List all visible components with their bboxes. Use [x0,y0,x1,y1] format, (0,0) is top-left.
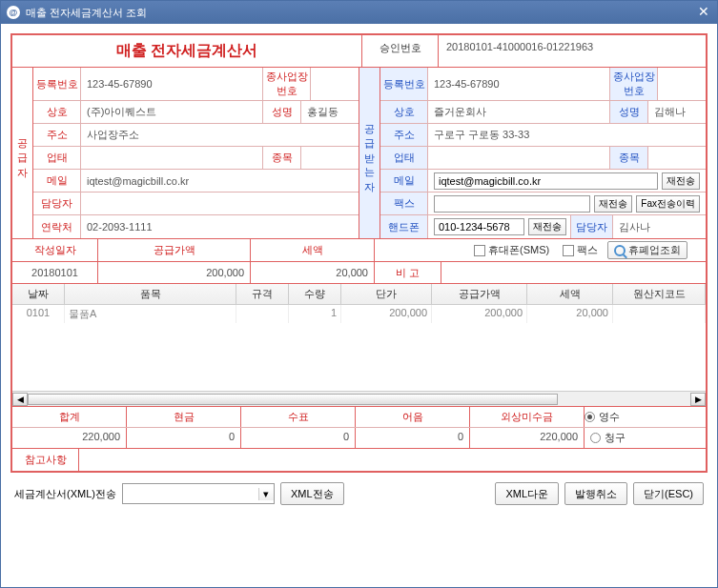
supplier-addr: 사업장주소 [81,124,359,146]
titlebar: @ 매출 전자세금계산서 조회 ✕ [1,1,717,24]
receiver-mgr: 김사나 [613,215,706,238]
total-label: 합계 [12,407,127,427]
cell-supply: 200,000 [432,305,527,323]
supplier-ceo-label: 성명 [263,101,301,123]
supply-label: 공급가액 [98,239,251,261]
xml-download-button[interactable]: XML다운 [495,482,559,505]
table-row[interactable]: 0101 물품A 1 200,000 200,000 20,000 [12,305,706,323]
receiver-regno: 123-45-67890 [428,68,610,100]
supplier-bizitem-label: 종목 [263,147,301,169]
receiver-ceo: 김해나 [648,101,706,123]
col-supply: 공급가액 [432,284,527,304]
receiver-email-label: 메일 [380,170,428,192]
cell-date: 0101 [12,305,65,323]
window: @ 매출 전자세금계산서 조회 ✕ 매출 전자세금계산서 승인번호 201801… [0,0,718,588]
check-value: 0 [241,428,356,448]
supplier-mgr [81,193,359,214]
items-header: 날짜 품목 규격 수량 단가 공급가액 세액 원산지코드 [12,284,706,305]
close-icon[interactable]: ✕ [696,5,711,20]
reference-value [79,449,706,471]
note-row: 참고사항 [12,449,706,471]
remark-value [441,262,706,283]
parties: 공급자 등록번호 123-45-67890 종사업장번호 상호 (주)아이퀘스트… [12,68,706,239]
supplier-subbiz [311,68,359,100]
supplier-biztype [81,147,263,169]
scroll-right-icon[interactable]: ▶ [690,393,706,406]
receiver-email-input[interactable] [434,172,658,190]
fax-checkbox[interactable]: 팩스 [563,243,598,257]
supplier-vlabel: 공급자 [12,68,33,238]
receiver-name: 즐거운회사 [428,101,610,123]
receiver-phone-label: 핸드폰 [380,215,428,238]
content: 매출 전자세금계산서 승인번호 20180101-41000016-012219… [1,24,717,515]
xml-send-label: 세금계산서(XML)전송 [14,487,116,501]
supplier-biztype-label: 업태 [33,147,81,169]
closure-lookup-button[interactable]: 휴폐업조회 [607,241,687,259]
receiver-fax-cell: 재전송 Fax전송이력 [428,193,706,214]
date-value: 20180101 [12,262,98,283]
checkbox-icon [563,245,574,256]
xml-combo[interactable]: ▾ [122,483,275,504]
supplier-table: 등록번호 123-45-67890 종사업장번호 상호 (주)아이퀘스트 성명 … [33,68,359,238]
window-title: 매출 전자세금계산서 조회 [26,6,696,20]
claim-radio[interactable]: 청구 [590,431,700,445]
receiver-fax-input[interactable] [434,195,590,213]
tax-value: 20,000 [251,262,375,283]
approval-number: 20180101-41000016-01221963 [439,35,706,67]
phone-resend-button[interactable]: 재전송 [528,218,566,235]
issue-cancel-button[interactable]: 발행취소 [564,482,627,505]
credit-value: 220,000 [470,428,585,448]
receiver-vlabel: 공급받는자 [359,68,380,238]
reference-label: 참고사항 [12,449,79,471]
supplier-ceo: 홍길동 [301,101,359,123]
sms-checkbox[interactable]: 휴대폰(SMS) [474,243,549,257]
note-label: 어음 [356,407,470,427]
col-item: 품목 [65,284,236,304]
amount-values: 20180101 200,000 20,000 비 고 [12,262,706,284]
receipt-radio-group: 영수 [585,407,706,427]
cash-value: 0 [127,428,241,448]
supplier-regno-label: 등록번호 [33,68,81,100]
receipt-radio[interactable]: 영수 [585,410,706,424]
receiver-panel: 공급받는자 등록번호 123-45-67890 종사업장번호 상호 즐거운회사 … [359,68,706,238]
items-body: 0101 물품A 1 200,000 200,000 20,000 [12,305,706,391]
claim-radio-group: 청구 [585,428,706,448]
receiver-biztype [428,147,610,169]
fax-resend-button[interactable]: 재전송 [594,195,632,213]
cell-tax: 20,000 [527,305,613,323]
fax-history-button[interactable]: Fax전송이력 [636,195,700,213]
supplier-tel-label: 연락처 [33,215,81,238]
radio-icon [585,412,595,422]
total-value: 220,000 [12,428,127,448]
receiver-email-cell: 재전송 [428,170,706,192]
supplier-subbiz-label: 종사업장번호 [263,68,311,100]
scroll-thumb[interactable] [28,394,558,405]
close-button[interactable]: 닫기(ESC) [633,482,704,505]
cell-spec [236,305,289,323]
totals-labels: 합계 현금 수표 어음 외상미수금 영수 [12,406,706,428]
tax-label: 세액 [251,239,375,261]
bottom-bar: 세금계산서(XML)전송 ▾ XML전송 XML다운 발행취소 닫기(ESC) [10,473,708,505]
horizontal-scrollbar[interactable]: ◀ ▶ [12,391,706,406]
col-qty: 수량 [289,284,341,304]
scroll-track[interactable] [28,393,690,406]
receiver-name-label: 상호 [380,101,428,123]
credit-label: 외상미수금 [470,407,585,427]
supplier-email-label: 메일 [33,170,81,192]
col-price: 단가 [341,284,432,304]
xml-send-button[interactable]: XML전송 [280,482,344,505]
receiver-subbiz-label: 종사업장번호 [610,68,658,100]
supplier-name: (주)아이퀘스트 [81,101,263,123]
receiver-phone-input[interactable] [434,218,524,235]
scroll-left-icon[interactable]: ◀ [12,393,28,406]
receiver-regno-label: 등록번호 [380,68,428,100]
remark-label: 비 고 [375,262,441,283]
supplier-panel: 공급자 등록번호 123-45-67890 종사업장번호 상호 (주)아이퀘스트… [12,68,359,238]
chevron-down-icon[interactable]: ▾ [258,488,274,500]
doc-title: 매출 전자세금계산서 [12,35,362,67]
header-row: 매출 전자세금계산서 승인번호 20180101-41000016-012219… [12,35,706,68]
cell-item: 물품A [65,305,236,323]
date-label: 작성일자 [12,239,98,261]
totals-values: 220,000 0 0 0 220,000 청구 [12,428,706,449]
email-resend-button[interactable]: 재전송 [662,172,700,190]
